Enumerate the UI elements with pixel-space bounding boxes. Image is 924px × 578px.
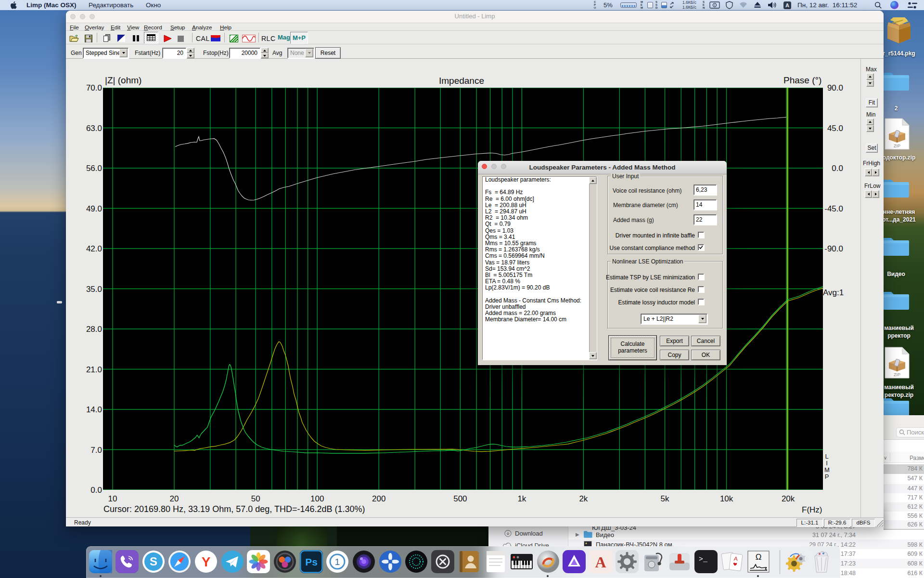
svg-text:ZIP: ZIP (894, 372, 900, 377)
svg-text:A: A (595, 553, 606, 571)
svg-text:Ω: Ω (756, 552, 762, 562)
svg-text:>_: >_ (699, 555, 708, 564)
svg-text:Ps: Ps (305, 556, 318, 567)
svg-text:Y: Y (202, 554, 211, 569)
svg-text:1: 1 (335, 557, 340, 567)
svg-text:S: S (150, 555, 157, 568)
svg-text:ZIP: ZIP (894, 144, 900, 148)
svg-text:A: A (733, 555, 738, 562)
